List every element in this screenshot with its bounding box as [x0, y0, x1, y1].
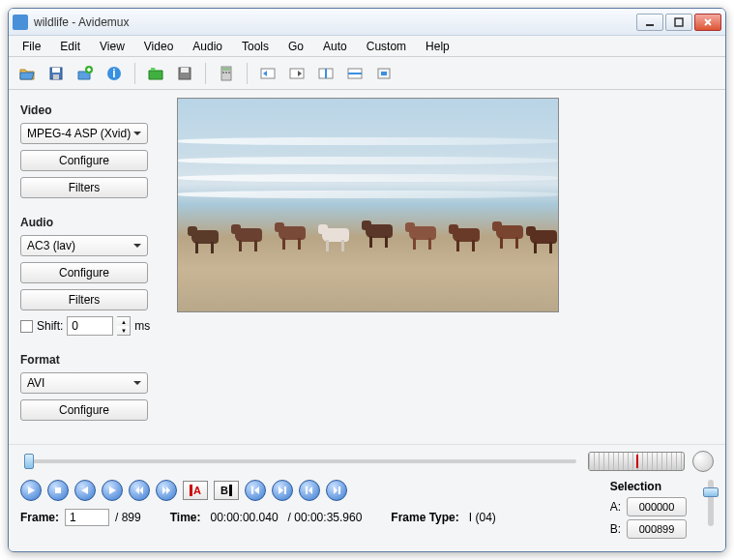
- audio-codec-value: AC3 (lav): [27, 239, 75, 252]
- svg-rect-23: [55, 487, 61, 493]
- svg-rect-3: [52, 68, 60, 73]
- audio-section-label: Audio: [20, 216, 165, 229]
- time-label: Time:: [170, 511, 201, 524]
- calculator-icon[interactable]: [214, 61, 239, 86]
- svg-rect-0: [646, 24, 654, 26]
- prev-keyframe-button[interactable]: [129, 480, 150, 501]
- svg-rect-4: [53, 74, 59, 79]
- video-codec-value: MPEG-4 ASP (Xvid): [27, 127, 131, 140]
- video-preview: [177, 98, 559, 312]
- next-frame-button[interactable]: [102, 480, 123, 501]
- video-configure-button[interactable]: Configure: [20, 150, 148, 171]
- fit-icon[interactable]: [371, 61, 396, 86]
- next-black-button[interactable]: [326, 480, 347, 501]
- menu-auto[interactable]: Auto: [313, 38, 357, 55]
- window-title: wildlife - Avidemux: [34, 15, 636, 29]
- prev-frame-button[interactable]: [74, 480, 96, 501]
- audio-codec-dropdown[interactable]: AC3 (lav): [20, 235, 148, 256]
- time-total: / 00:00:35.960: [288, 511, 363, 524]
- sel-a-label: A:: [610, 500, 621, 514]
- close-button[interactable]: [694, 14, 721, 31]
- app-icon: [13, 15, 28, 30]
- shift-input[interactable]: 0: [67, 316, 113, 336]
- menubar: File Edit View Video Audio Tools Go Auto…: [9, 36, 725, 57]
- svg-rect-13: [225, 72, 227, 74]
- save-script-icon[interactable]: [172, 61, 197, 86]
- svg-rect-26: [306, 486, 308, 494]
- shift-unit: ms: [134, 319, 150, 333]
- volume-slider[interactable]: [708, 480, 714, 526]
- format-configure-button[interactable]: Configure: [20, 399, 148, 421]
- goto-end-button[interactable]: [272, 480, 293, 501]
- titlebar: wildlife - Avidemux: [9, 9, 725, 36]
- selection-label: Selection: [610, 480, 687, 493]
- menu-audio[interactable]: Audio: [183, 38, 232, 55]
- left-panel: Video MPEG-4 ASP (Xvid) Configure Filter…: [20, 98, 165, 436]
- video-area: [177, 98, 714, 436]
- frame-input[interactable]: [65, 509, 109, 526]
- set-marker-a-button[interactable]: A: [183, 481, 208, 500]
- shift-label: Shift:: [37, 319, 63, 333]
- svg-rect-22: [381, 72, 387, 75]
- video-codec-dropdown[interactable]: MPEG-4 ASP (Xvid): [20, 123, 148, 144]
- playback-controls: A B: [20, 480, 610, 501]
- svg-rect-27: [338, 486, 340, 494]
- video-filters-button[interactable]: Filters: [20, 177, 148, 198]
- format-section-label: Format: [20, 353, 165, 367]
- audio-configure-button[interactable]: Configure: [20, 262, 148, 283]
- svg-rect-11: [222, 68, 230, 71]
- minimize-button[interactable]: [636, 14, 663, 31]
- shift-spinner[interactable]: ▲▼: [117, 316, 131, 336]
- menu-custom[interactable]: Custom: [357, 38, 416, 55]
- menu-file[interactable]: File: [13, 38, 50, 55]
- bottom-panel: A B Frame: / 899 Time: 00:00:00.040 / 00…: [9, 444, 725, 551]
- output-icon[interactable]: [284, 61, 309, 86]
- open-icon[interactable]: [15, 61, 40, 86]
- video-section-label: Video: [20, 103, 165, 117]
- menu-help[interactable]: Help: [416, 38, 459, 55]
- jog-marker: [636, 455, 638, 468]
- format-value: AVI: [27, 376, 44, 390]
- timeline-thumb[interactable]: [24, 454, 34, 469]
- split-v-icon[interactable]: [313, 61, 338, 86]
- append-icon[interactable]: [73, 61, 98, 86]
- goto-start-button[interactable]: [245, 480, 266, 501]
- split-h-icon[interactable]: [342, 61, 367, 86]
- frame-total: / 899: [115, 511, 141, 524]
- content-area: Video MPEG-4 ASP (Xvid) Configure Filter…: [9, 90, 725, 444]
- volume-thumb[interactable]: [703, 487, 719, 497]
- menu-view[interactable]: View: [90, 38, 134, 55]
- svg-rect-25: [284, 486, 286, 494]
- sel-b-label: B:: [610, 522, 621, 536]
- sel-a-button[interactable]: 000000: [627, 497, 687, 516]
- sel-b-button[interactable]: 000899: [627, 519, 687, 539]
- svg-text:i: i: [112, 67, 115, 80]
- input-icon[interactable]: [255, 61, 280, 86]
- jog-reset-button[interactable]: [692, 451, 714, 472]
- jog-wheel[interactable]: [588, 452, 685, 471]
- toolbar: i: [9, 57, 725, 90]
- timeline-slider[interactable]: [24, 459, 576, 463]
- status-row: Frame: / 899 Time: 00:00:00.040 / 00:00:…: [20, 509, 610, 526]
- set-marker-b-button[interactable]: B: [214, 481, 239, 500]
- audio-filters-button[interactable]: Filters: [20, 289, 148, 310]
- svg-rect-1: [675, 18, 683, 26]
- menu-video[interactable]: Video: [134, 38, 183, 55]
- prev-black-button[interactable]: [299, 480, 320, 501]
- load-script-icon[interactable]: [143, 61, 168, 86]
- next-keyframe-button[interactable]: [156, 480, 177, 501]
- stop-button[interactable]: [47, 480, 69, 501]
- save-icon[interactable]: [44, 61, 69, 86]
- maximize-button[interactable]: [665, 14, 692, 31]
- menu-edit[interactable]: Edit: [50, 38, 90, 55]
- svg-rect-24: [251, 486, 253, 494]
- menu-go[interactable]: Go: [279, 38, 313, 55]
- shift-checkbox[interactable]: [20, 320, 33, 333]
- info-icon[interactable]: i: [102, 61, 127, 86]
- play-button[interactable]: [20, 480, 42, 501]
- svg-rect-14: [228, 72, 230, 74]
- selection-panel: Selection A: 000000 B: 000899: [610, 480, 714, 542]
- menu-tools[interactable]: Tools: [232, 38, 279, 55]
- format-dropdown[interactable]: AVI: [20, 372, 148, 394]
- svg-rect-9: [181, 68, 189, 73]
